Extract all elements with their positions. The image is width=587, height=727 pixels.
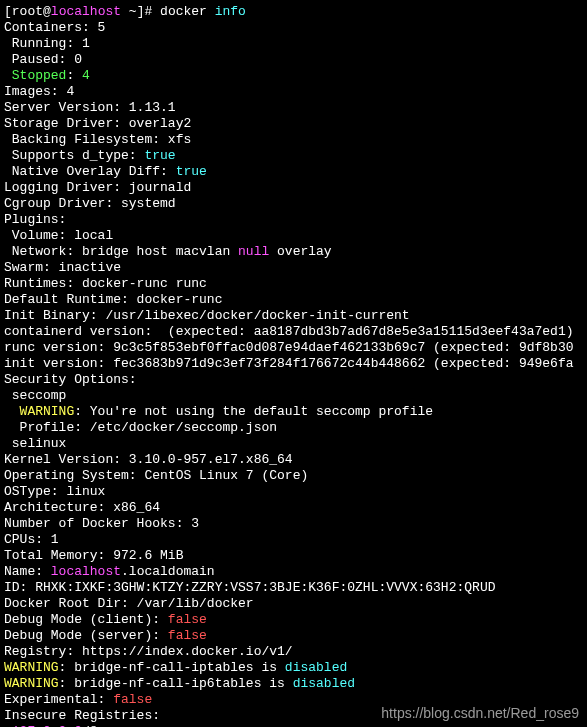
out-debug-server: Debug Mode (server): false — [4, 628, 583, 644]
command-sub: info — [215, 4, 246, 19]
out-native-overlay: Native Overlay Diff: true — [4, 164, 583, 180]
out-logging-driver: Logging Driver: journald — [4, 180, 583, 196]
out-default-runtime: Default Runtime: docker-runc — [4, 292, 583, 308]
out-storage-driver: Storage Driver: overlay2 — [4, 116, 583, 132]
out-supports-dtype: Supports d_type: true — [4, 148, 583, 164]
out-ostype: OSType: linux — [4, 484, 583, 500]
out-network: Network: bridge host macvlan null overla… — [4, 244, 583, 260]
out-docker-root: Docker Root Dir: /var/lib/docker — [4, 596, 583, 612]
out-cgroup-driver: Cgroup Driver: systemd — [4, 196, 583, 212]
out-seccomp-warning: WARNING: You're not using the default se… — [4, 404, 583, 420]
prompt-line: [root@localhost ~]# docker info — [4, 4, 583, 20]
out-registry: Registry: https://index.docker.io/v1/ — [4, 644, 583, 660]
out-name: Name: localhost.localdomain — [4, 564, 583, 580]
out-images: Images: 4 — [4, 84, 583, 100]
out-architecture: Architecture: x86_64 — [4, 500, 583, 516]
out-containers: Containers: 5 — [4, 20, 583, 36]
out-plugins: Plugins: — [4, 212, 583, 228]
out-cpus: CPUs: 1 — [4, 532, 583, 548]
out-stopped: Stopped: 4 — [4, 68, 583, 84]
out-selinux: selinux — [4, 436, 583, 452]
out-paused: Paused: 0 — [4, 52, 583, 68]
out-warning-iptables: WARNING: bridge-nf-call-iptables is disa… — [4, 660, 583, 676]
out-profile: Profile: /etc/docker/seccomp.json — [4, 420, 583, 436]
out-debug-client: Debug Mode (client): false — [4, 612, 583, 628]
out-backing-fs: Backing Filesystem: xfs — [4, 132, 583, 148]
out-volume: Volume: local — [4, 228, 583, 244]
out-docker-hooks: Number of Docker Hooks: 3 — [4, 516, 583, 532]
out-runc-version: runc version: 9c3c5f853ebf0ffac0d087e94d… — [4, 340, 583, 356]
out-seccomp: seccomp — [4, 388, 583, 404]
out-running: Running: 1 — [4, 36, 583, 52]
out-warning-ip6tables: WARNING: bridge-nf-call-ip6tables is dis… — [4, 676, 583, 692]
out-swarm: Swarm: inactive — [4, 260, 583, 276]
prompt-user: root — [12, 4, 43, 19]
out-server-version: Server Version: 1.13.1 — [4, 100, 583, 116]
prompt-host: localhost — [51, 4, 121, 19]
watermark: https://blog.csdn.net/Red_rose9 — [381, 705, 579, 721]
out-init-version: init version: fec3683b971d9c3ef73f284f17… — [4, 356, 583, 372]
out-runtimes: Runtimes: docker-runc runc — [4, 276, 583, 292]
out-containerd-version: containerd version: (expected: aa8187dbd… — [4, 324, 583, 340]
command-name: docker — [160, 4, 215, 19]
out-init-binary: Init Binary: /usr/libexec/docker/docker-… — [4, 308, 583, 324]
out-operating-system: Operating System: CentOS Linux 7 (Core) — [4, 468, 583, 484]
out-security-options: Security Options: — [4, 372, 583, 388]
out-id: ID: RHXK:IXKF:3GHW:KTZY:ZZRY:VSS7:3BJE:K… — [4, 580, 583, 596]
out-total-memory: Total Memory: 972.6 MiB — [4, 548, 583, 564]
out-kernel-version: Kernel Version: 3.10.0-957.el7.x86_64 — [4, 452, 583, 468]
